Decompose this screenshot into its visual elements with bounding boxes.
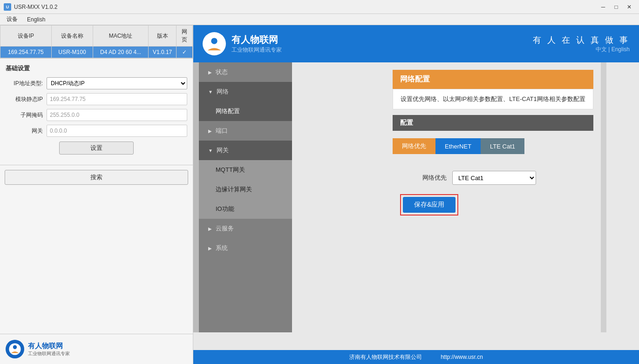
nav-label-cloud: 云服务 — [216, 224, 234, 233]
header-logo-sub: 工业物联网通讯专家 — [231, 46, 282, 54]
basic-settings-title: 基础设置 — [6, 64, 187, 73]
nav-label-gateway: 网关 — [217, 146, 229, 155]
label-gateway: 网关 — [6, 127, 43, 135]
tab-ethernet[interactable]: EtherNET — [435, 138, 481, 154]
select-network-priority[interactable]: LTE Cat1 EtherNET 自动 — [452, 171, 536, 185]
nav-label-port: 端口 — [216, 127, 228, 135]
nav-item-edge[interactable]: 边缘计算网关 — [199, 180, 292, 199]
chevron-right-icon-cloud: ▶ — [208, 226, 212, 231]
config-title: 配置 — [400, 119, 413, 126]
menu-device[interactable]: 设备 — [2, 14, 22, 24]
config-form: 网络优先 LTE Cat1 EtherNET 自动 保存&应用 — [393, 163, 593, 232]
section-header: 网络配置 — [393, 70, 593, 89]
nav-label-status: 状态 — [216, 68, 228, 76]
col-header-name: 设备名称 — [51, 26, 93, 47]
tab-row: 网络优先 EtherNET LTE Cat1 — [393, 138, 593, 154]
section-desc: 设置优先网络、以太网IP相关参数配置、LTE-CAT1网络相关参数配置 — [393, 89, 593, 109]
menu-english[interactable]: English — [22, 15, 50, 24]
set-button[interactable]: 设置 — [59, 142, 134, 155]
nav-label-mqtt: MQTT网关 — [216, 166, 245, 174]
header-slogan: 有 人 在 认 真 做 事 — [533, 34, 630, 46]
label-static-ip: 模块静态IP — [6, 95, 43, 103]
app-title: USR-MXX V1.0.2 — [14, 4, 57, 10]
nav-label-network: 网络 — [217, 88, 229, 96]
device-table: 设备IP 设备名称 MAC地址 版本 网页 169.254.77.75 USR-… — [0, 25, 193, 58]
svg-point-3 — [211, 38, 217, 44]
select-ip-type[interactable]: DHCP/动态IP 静态IP — [47, 77, 187, 89]
cell-version: V1.0.17 — [149, 47, 177, 58]
form-row-static-ip: 模块静态IP — [6, 93, 187, 105]
chevron-down-icon: ▼ — [208, 89, 213, 94]
cell-name: USR-M100 — [51, 47, 93, 58]
nav-item-io[interactable]: IO功能 — [199, 199, 292, 219]
svg-point-1 — [13, 345, 17, 349]
save-apply-button[interactable]: 保存&应用 — [403, 197, 455, 213]
header-logo-icon — [203, 32, 226, 55]
form-label-network-priority: 网络优先 — [400, 174, 447, 182]
form-row-gateway: 网关 — [6, 125, 187, 137]
footer-website: http://www.usr.cn — [441, 354, 483, 360]
nav-item-network-config[interactable]: 网络配置 — [199, 101, 292, 121]
minimize-button[interactable]: ─ — [597, 2, 609, 12]
right-body: ▶ 状态 ▼ 网络 网络配置 ▶ 端口 — [193, 62, 639, 350]
title-bar-left: U USR-MXX V1.0.2 — [4, 3, 57, 11]
title-bar-controls: ─ □ ✕ — [597, 2, 635, 12]
logo-main-text: 有人物联网 — [28, 342, 70, 351]
tab-network-priority[interactable]: 网络优先 — [393, 138, 435, 154]
right-body-content: ▶ 状态 ▼ 网络 网络配置 ▶ 端口 — [193, 62, 639, 350]
table-row[interactable]: 169.254.77.75 USR-M100 D4 AD 20 60 4... … — [0, 47, 193, 58]
left-panel: 设备IP 设备名称 MAC地址 版本 网页 169.254.77.75 USR-… — [0, 25, 193, 364]
col-header-web: 网页 — [177, 26, 193, 47]
chevron-right-icon-system: ▶ — [208, 246, 212, 251]
basic-settings: 基础设置 IP地址类型: DHCP/动态IP 静态IP 模块静态IP 子网掩码 … — [0, 58, 193, 165]
config-header: 配置 — [393, 115, 593, 131]
lang-chinese[interactable]: 中文 — [596, 46, 607, 53]
close-button[interactable]: ✕ — [623, 2, 635, 12]
nav-item-network[interactable]: ▼ 网络 — [199, 82, 292, 101]
left-scroll-indicator — [193, 62, 199, 332]
search-area: 搜索 — [0, 165, 193, 189]
maximize-button[interactable]: □ — [610, 2, 622, 12]
nav-label-network-config: 网络配置 — [216, 107, 240, 115]
input-subnet[interactable] — [47, 109, 187, 121]
save-button-area: 保存&应用 — [400, 194, 586, 216]
form-row-network-priority: 网络优先 LTE Cat1 EtherNET 自动 — [400, 171, 586, 185]
col-header-mac: MAC地址 — [93, 26, 149, 47]
app-icon: U — [4, 3, 11, 11]
logo-icon — [6, 340, 24, 358]
title-bar: U USR-MXX V1.0.2 ─ □ ✕ — [0, 0, 639, 14]
nav-label-system: 系统 — [216, 244, 228, 252]
header-lang: 中文 | English — [533, 46, 630, 54]
input-static-ip[interactable] — [47, 93, 187, 105]
right-scrollbar[interactable] — [601, 62, 606, 332]
right-header: 有人物联网 工业物联网通讯专家 有 人 在 认 真 做 事 中文 | Engli… — [193, 25, 639, 62]
nav-item-system[interactable]: ▶ 系统 — [199, 238, 292, 258]
nav-item-gateway[interactable]: ▼ 网关 — [199, 141, 292, 160]
col-header-ver: 版本 — [149, 26, 177, 47]
logo-text: 有人物联网 工业物联网通讯专家 — [28, 342, 70, 357]
header-right-text: 有 人 在 认 真 做 事 中文 | English — [533, 34, 630, 54]
save-button-border: 保存&应用 — [400, 194, 458, 216]
cell-mac: D4 AD 20 60 4... — [93, 47, 149, 58]
form-row-subnet: 子网掩码 — [6, 109, 187, 121]
nav-item-mqtt[interactable]: MQTT网关 — [199, 160, 292, 180]
app-body: 设备IP 设备名称 MAC地址 版本 网页 169.254.77.75 USR-… — [0, 25, 639, 364]
main-content: 网络配置 设置优先网络、以太网IP相关参数配置、LTE-CAT1网络相关参数配置… — [385, 62, 601, 332]
lang-english[interactable]: English — [612, 46, 630, 53]
cell-ip: 169.254.77.75 — [0, 47, 52, 58]
search-button[interactable]: 搜索 — [5, 170, 188, 185]
tab-lte-cat1[interactable]: LTE Cat1 — [481, 138, 524, 154]
header-logo: 有人物联网 工业物联网通讯专家 — [203, 32, 282, 55]
content-layout: ▶ 状态 ▼ 网络 网络配置 ▶ 端口 — [193, 62, 639, 332]
input-gateway[interactable] — [47, 125, 187, 137]
nav-label-io: IO功能 — [216, 205, 234, 213]
chevron-right-icon-port: ▶ — [208, 128, 212, 134]
section-title: 网络配置 — [400, 75, 430, 83]
header-logo-text: 有人物联网 工业物联网通讯专家 — [231, 34, 282, 54]
logo-sub-text: 工业物联网通讯专家 — [28, 351, 70, 357]
nav-item-status[interactable]: ▶ 状态 — [199, 62, 292, 82]
nav-item-cloud[interactable]: ▶ 云服务 — [199, 219, 292, 238]
form-row-ip-type: IP地址类型: DHCP/动态IP 静态IP — [6, 77, 187, 89]
header-logo-main: 有人物联网 — [231, 34, 282, 46]
nav-item-port[interactable]: ▶ 端口 — [199, 121, 292, 141]
